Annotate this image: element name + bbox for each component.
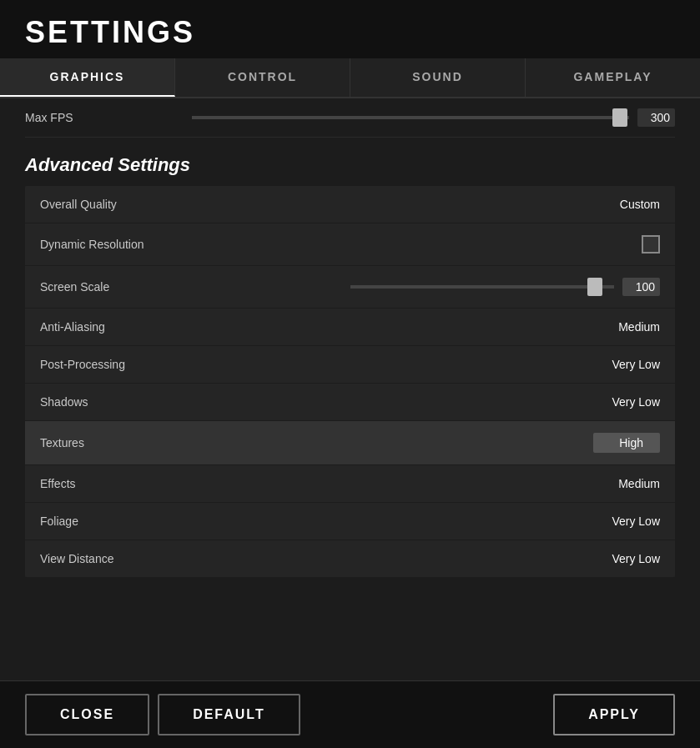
max-fps-thumb[interactable] <box>612 108 627 127</box>
tab-graphics[interactable]: GRAPHICS <box>0 58 175 97</box>
page-title: SETTINGS <box>25 15 675 50</box>
bottom-bar: CLOSE DEFAULT APPLY <box>0 680 700 748</box>
advanced-settings-list: Overall Quality Custom Dynamic Resolutio… <box>25 186 675 577</box>
setting-name-shadows: Shadows <box>40 395 593 409</box>
close-button[interactable]: CLOSE <box>25 694 149 735</box>
setting-value-post-processing: Very Low <box>593 358 660 371</box>
settings-page: SETTINGS GRAPHICS CONTROL SOUND GAMEPLAY… <box>0 0 700 748</box>
screen-scale-thumb[interactable] <box>587 278 602 296</box>
title-bar: SETTINGS <box>0 0 700 58</box>
default-button[interactable]: DEFAULT <box>158 694 300 735</box>
tab-control[interactable]: CONTROL <box>175 58 350 97</box>
setting-value-view-distance: Very Low <box>593 552 660 565</box>
screen-scale-container: 100 <box>350 278 661 296</box>
apply-button[interactable]: APPLY <box>553 694 675 735</box>
setting-name-textures: Textures <box>40 436 593 449</box>
setting-name-overall-quality: Overall Quality <box>40 198 593 211</box>
max-fps-value: 300 <box>637 108 675 127</box>
setting-row-textures[interactable]: Textures High <box>25 421 675 465</box>
setting-row-view-distance[interactable]: View Distance Very Low <box>25 540 675 577</box>
setting-name-anti-aliasing: Anti-Aliasing <box>40 320 593 334</box>
advanced-settings-title: Advanced Settings <box>25 138 675 186</box>
screen-scale-track[interactable] <box>350 285 615 289</box>
setting-name-effects: Effects <box>40 477 593 490</box>
setting-row-foliage[interactable]: Foliage Very Low <box>25 503 675 540</box>
setting-name-screen-scale: Screen Scale <box>40 280 350 294</box>
setting-name-foliage: Foliage <box>40 515 593 528</box>
setting-name-post-processing: Post-Processing <box>40 358 593 371</box>
max-fps-row: Max FPS 300 <box>25 98 675 138</box>
setting-row-overall-quality[interactable]: Overall Quality Custom <box>25 186 675 223</box>
max-fps-label: Max FPS <box>25 111 192 124</box>
tab-sound[interactable]: SOUND <box>350 58 526 97</box>
tab-gameplay[interactable]: GAMEPLAY <box>526 58 700 97</box>
content-area: Max FPS 300 Advanced Settings Overall Qu… <box>0 98 700 680</box>
tabs-container: GRAPHICS CONTROL SOUND GAMEPLAY <box>0 58 700 98</box>
setting-value-textures: High <box>593 433 660 453</box>
setting-value-effects: Medium <box>593 477 660 490</box>
setting-name-view-distance: View Distance <box>40 552 593 565</box>
setting-value-overall-quality: Custom <box>593 198 660 211</box>
setting-row-shadows[interactable]: Shadows Very Low <box>25 384 675 421</box>
screen-scale-value: 100 <box>622 278 660 296</box>
setting-row-anti-aliasing[interactable]: Anti-Aliasing Medium <box>25 309 675 346</box>
dynamic-resolution-checkbox-container <box>642 235 660 254</box>
setting-row-dynamic-resolution[interactable]: Dynamic Resolution <box>25 223 675 266</box>
setting-row-post-processing[interactable]: Post-Processing Very Low <box>25 346 675 384</box>
max-fps-track[interactable] <box>192 116 629 119</box>
setting-value-shadows: Very Low <box>593 395 660 409</box>
setting-row-screen-scale: Screen Scale 100 <box>25 266 675 309</box>
setting-row-effects[interactable]: Effects Medium <box>25 465 675 503</box>
dynamic-resolution-checkbox[interactable] <box>642 235 660 254</box>
setting-value-anti-aliasing: Medium <box>593 320 660 334</box>
setting-name-dynamic-resolution: Dynamic Resolution <box>40 238 642 251</box>
setting-value-foliage: Very Low <box>593 515 660 528</box>
max-fps-slider-container: 300 <box>192 108 675 127</box>
